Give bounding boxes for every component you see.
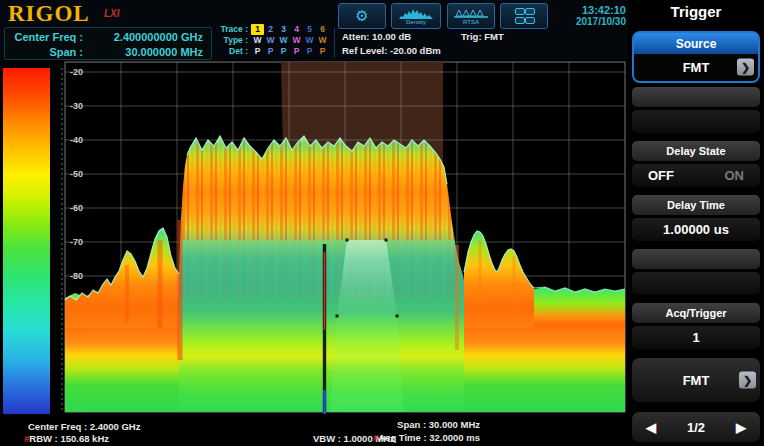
y-label: -30: [70, 101, 83, 111]
ref-level-value: Ref Level: -20.00 dBm: [342, 45, 441, 56]
spectrum-analyzer-screen: RIGOL LXI Center Freq : 2.400000000 GHz …: [0, 0, 764, 446]
menu-title: Trigger: [628, 3, 764, 20]
delay-time-value: 1.00000 us: [632, 218, 760, 241]
type-3: W: [277, 35, 290, 46]
span-value: 30.000000 MHz: [83, 46, 211, 58]
acq-trigger-value: 1: [632, 326, 760, 349]
density-icon: [399, 8, 433, 19]
center-freq-value: 2.400000000 GHz: [83, 31, 211, 43]
gear-icon: ⚙: [355, 8, 368, 24]
y-label: -50: [70, 169, 83, 179]
menu-item-source[interactable]: Source FMT ❯: [632, 31, 760, 83]
layout-grid-icon: [515, 8, 533, 24]
fmt-lower-mask-glow: [330, 316, 404, 412]
delay-state-off: OFF: [648, 168, 674, 183]
trace-3: 3: [277, 24, 290, 35]
amplitude-readout: Atten: 10.00 dB Ref Level: -20.00 dBm Tr…: [334, 28, 627, 58]
y-label: -70: [70, 237, 83, 247]
det-label: Det :: [214, 46, 248, 57]
date-value: 2017/10/30: [548, 16, 626, 27]
det-5: P: [303, 46, 316, 57]
det-3: P: [277, 46, 290, 57]
menu-page-nav[interactable]: ◀ 1/2 ▶: [632, 412, 760, 442]
next-page-icon[interactable]: ▶: [736, 420, 746, 435]
y-label: -40: [70, 135, 83, 145]
trace-6: 6: [316, 24, 329, 35]
menu-item-delay-state[interactable]: Delay State OFF ON: [632, 139, 760, 189]
header-bar: RIGOL LXI Center Freq : 2.400000000 GHz …: [0, 0, 628, 61]
acq-time-value: Acq Time : 32.0000 ms: [378, 432, 480, 443]
status-acq-time: #Acq Time : 32.0000 ms: [373, 432, 480, 443]
rtsa-mode-button[interactable]: RTSA: [447, 3, 495, 29]
menu-item-blank-2: [632, 247, 760, 297]
density-colorbar: [3, 68, 50, 414]
acq-trigger-label: Acq/Trigger: [632, 303, 760, 323]
rigol-logo: RIGOL: [8, 1, 90, 27]
trace-label: Trace :: [214, 24, 248, 35]
det-6: P: [316, 46, 329, 57]
freq-span-readout: Center Freq : 2.400000000 GHz Span : 30.…: [4, 27, 212, 60]
status-bar: Center Freq : 2.4000 GHz Span : 30.000 M…: [0, 414, 628, 446]
lxi-badge: LXI: [104, 8, 120, 19]
source-label: Source: [634, 33, 758, 54]
softkey-menu-panel: Trigger Source FMT ❯ Delay State OFF ON …: [628, 0, 764, 446]
type-6: W: [316, 35, 329, 46]
det-2: P: [264, 46, 277, 57]
type-5: W: [303, 35, 316, 46]
delay-state-on: ON: [725, 168, 745, 183]
trig-value: Trig: FMT: [461, 31, 504, 42]
display-layout-button[interactable]: [500, 3, 548, 29]
menu-item-blank-1: [632, 85, 760, 135]
span-label: Span :: [5, 46, 83, 58]
density-spectrum-plot: -20 -30 -40 -50 -60 -70 -80: [0, 60, 630, 414]
rbw-value: RBW : 150.68 kHz: [29, 433, 109, 444]
y-label: -80: [70, 271, 83, 281]
submenu-chevron-icon: ❯: [737, 59, 754, 76]
type-label: Type :: [214, 35, 248, 46]
menu-item-fmt[interactable]: FMT ❯: [632, 355, 760, 405]
source-value: FMT: [683, 60, 710, 75]
rtsa-label: RTSA: [463, 19, 479, 25]
page-indicator: 1/2: [687, 420, 705, 435]
delay-time-label: Delay Time: [632, 195, 760, 215]
status-rbw: #RBW : 150.68 kHz: [24, 433, 109, 444]
type-2: W: [264, 35, 277, 46]
delay-state-label: Delay State: [632, 141, 760, 161]
status-span: Span : 30.000 MHz: [397, 419, 480, 430]
density-mode-button[interactable]: Density: [391, 3, 441, 29]
time-value: 13:42:10: [548, 4, 626, 16]
center-freq-label: Center Freq :: [5, 31, 83, 43]
settings-button[interactable]: ⚙: [338, 3, 386, 29]
clock: 13:42:10 2017/10/30: [548, 4, 626, 27]
trace-2: 2: [264, 24, 277, 35]
atten-value: Atten: 10.00 dB: [342, 31, 411, 42]
plateau-density-streaks: [179, 134, 465, 300]
fmt-label: FMT: [683, 373, 710, 388]
prev-page-icon[interactable]: ◀: [646, 420, 656, 435]
rtsa-icon: [454, 8, 488, 19]
trace-info: Trace : 1 2 3 4 5 6 Type : W W W W W W D…: [214, 24, 334, 58]
trace-5: 5: [303, 24, 316, 35]
type-4: W: [290, 35, 303, 46]
status-center-freq: Center Freq : 2.4000 GHz: [28, 421, 140, 432]
menu-item-delay-time[interactable]: Delay Time 1.00000 us: [632, 193, 760, 243]
menu-item-acq-trigger[interactable]: Acq/Trigger 1: [632, 301, 760, 351]
det-4: P: [290, 46, 303, 57]
type-1: W: [251, 35, 264, 46]
trace-1: 1: [251, 24, 264, 35]
submenu-chevron-icon: ❯: [739, 372, 756, 389]
trace-4: 4: [290, 24, 303, 35]
y-label: -20: [70, 67, 83, 77]
y-label: -60: [70, 203, 83, 213]
det-1: P: [251, 46, 264, 57]
density-label: Density: [406, 19, 426, 25]
